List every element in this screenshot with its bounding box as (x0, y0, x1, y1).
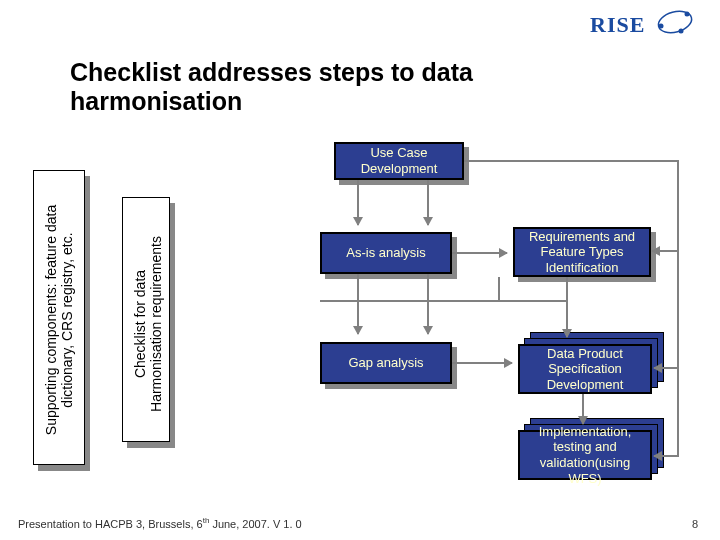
svg-point-1 (659, 24, 664, 29)
conn-right-vertical (677, 160, 679, 457)
conn-req-down (498, 277, 500, 302)
box-gap: Gap analysis (320, 342, 452, 384)
arrow-asis-gap-1 (357, 274, 359, 334)
logo-orbit-icon (655, 4, 695, 40)
footer-left: Presentation to HACPB 3, Brussels, 6th J… (18, 516, 302, 530)
logo-text: RISE (590, 12, 645, 37)
conn-req-h (498, 300, 568, 302)
flow-diagram: Supporting components: feature data dict… (30, 140, 700, 510)
box-data-product-spec: Data Product Specification Development (518, 344, 652, 394)
conn-usecase-right (464, 160, 679, 162)
box-implementation: Implementation, testing and validation(u… (518, 430, 652, 480)
box-dps-label: Data Product Specification Development (524, 346, 646, 393)
box-asis-label: As-is analysis (346, 245, 425, 261)
page-title: Checklist addresses steps to data harmon… (70, 58, 570, 116)
arrow-req-dps (566, 277, 568, 337)
vbar2-line2: Harmonisation requirements (148, 219, 164, 429)
box-impl-label: Implementation, testing and validation(u… (524, 424, 646, 486)
arrow-usecase-asis-1 (357, 180, 359, 225)
arrow-into-impl (654, 455, 679, 457)
arrow-into-req (652, 250, 677, 252)
arrow-gap-dps (452, 362, 512, 364)
svg-point-3 (679, 29, 684, 34)
arrow-asis-gap-2 (427, 274, 429, 334)
svg-point-2 (685, 12, 690, 17)
arrow-asis-req (452, 252, 507, 254)
footer-text-post: June, 2007. V 1. 0 (209, 518, 301, 530)
box-asis: As-is analysis (320, 232, 452, 274)
box-gap-label: Gap analysis (348, 355, 423, 371)
arrow-dps-impl (582, 394, 584, 424)
logo: RISE (590, 12, 690, 52)
footer-text-pre: Presentation to HACPB 3, Brussels, 6 (18, 518, 203, 530)
vbar1-line1: Supporting components: feature data (43, 180, 59, 460)
vbar1-line2: dictionary, CRS registry, etc. (59, 180, 75, 460)
box-req-label: Requirements and Feature Types Identific… (519, 229, 645, 276)
arrow-usecase-asis-2 (427, 180, 429, 225)
vbar-checklist: Checklist for data Harmonisation require… (122, 197, 170, 442)
box-usecase: Use Case Development (334, 142, 464, 180)
conn-mid-h (320, 300, 500, 302)
box-requirements: Requirements and Feature Types Identific… (513, 227, 651, 277)
vbar-supporting: Supporting components: feature data dict… (33, 170, 85, 465)
vbar2-line1: Checklist for data (132, 219, 148, 429)
arrow-into-dps (654, 367, 679, 369)
box-usecase-label: Use Case Development (340, 145, 458, 176)
page-number: 8 (692, 518, 698, 530)
